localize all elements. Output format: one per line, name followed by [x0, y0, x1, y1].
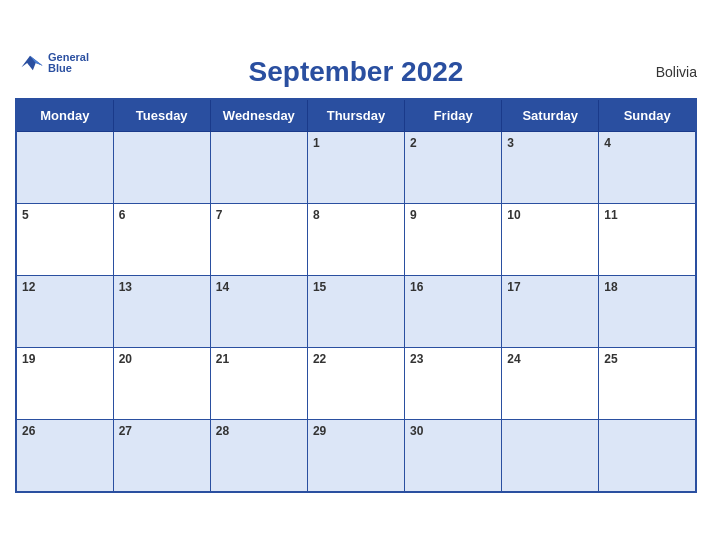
calendar-day-cell: 28 — [210, 420, 307, 492]
calendar-day-cell: 17 — [502, 276, 599, 348]
calendar-day-cell: 14 — [210, 276, 307, 348]
calendar-title: September 2022 — [249, 56, 464, 88]
day-number: 23 — [410, 352, 423, 366]
day-number: 28 — [216, 424, 229, 438]
calendar-day-cell: 21 — [210, 348, 307, 420]
day-number: 13 — [119, 280, 132, 294]
day-number: 10 — [507, 208, 520, 222]
calendar-day-cell: 27 — [113, 420, 210, 492]
calendar-day-cell: 13 — [113, 276, 210, 348]
weekday-header-tuesday: Tuesday — [113, 99, 210, 132]
day-number: 1 — [313, 136, 320, 150]
weekday-header-wednesday: Wednesday — [210, 99, 307, 132]
calendar-day-cell: 5 — [16, 204, 113, 276]
calendar-day-cell: 11 — [599, 204, 696, 276]
calendar-day-cell: 2 — [405, 132, 502, 204]
day-number: 29 — [313, 424, 326, 438]
weekday-header-saturday: Saturday — [502, 99, 599, 132]
day-number: 5 — [22, 208, 29, 222]
calendar-day-cell: 24 — [502, 348, 599, 420]
calendar-day-cell: 7 — [210, 204, 307, 276]
calendar-day-cell: 30 — [405, 420, 502, 492]
calendar-day-cell: 8 — [307, 204, 404, 276]
day-number: 4 — [604, 136, 611, 150]
country-label: Bolivia — [656, 64, 697, 80]
calendar-day-cell — [113, 132, 210, 204]
day-number: 8 — [313, 208, 320, 222]
day-number: 16 — [410, 280, 423, 294]
day-number: 18 — [604, 280, 617, 294]
calendar-day-cell: 12 — [16, 276, 113, 348]
day-number: 2 — [410, 136, 417, 150]
calendar-week-row: 2627282930 — [16, 420, 696, 492]
calendar-day-cell: 15 — [307, 276, 404, 348]
day-number: 26 — [22, 424, 35, 438]
calendar-day-cell: 4 — [599, 132, 696, 204]
day-number: 11 — [604, 208, 617, 222]
calendar-week-row: 567891011 — [16, 204, 696, 276]
calendar-day-cell: 26 — [16, 420, 113, 492]
calendar-day-cell: 10 — [502, 204, 599, 276]
day-number: 22 — [313, 352, 326, 366]
day-number: 12 — [22, 280, 35, 294]
day-number: 14 — [216, 280, 229, 294]
calendar-day-cell — [502, 420, 599, 492]
calendar-day-cell: 25 — [599, 348, 696, 420]
weekday-header-row: MondayTuesdayWednesdayThursdayFridaySatu… — [16, 99, 696, 132]
calendar-day-cell — [210, 132, 307, 204]
day-number: 21 — [216, 352, 229, 366]
day-number: 30 — [410, 424, 423, 438]
calendar-day-cell: 20 — [113, 348, 210, 420]
day-number: 19 — [22, 352, 35, 366]
day-number: 3 — [507, 136, 514, 150]
calendar-week-row: 1234 — [16, 132, 696, 204]
logo-area: General Blue — [15, 52, 89, 74]
weekday-header-thursday: Thursday — [307, 99, 404, 132]
calendar-day-cell: 29 — [307, 420, 404, 492]
day-number: 27 — [119, 424, 132, 438]
day-number: 17 — [507, 280, 520, 294]
day-number: 25 — [604, 352, 617, 366]
day-number: 9 — [410, 208, 417, 222]
weekday-header-monday: Monday — [16, 99, 113, 132]
calendar-day-cell — [599, 420, 696, 492]
calendar-day-cell — [16, 132, 113, 204]
calendar-table: MondayTuesdayWednesdayThursdayFridaySatu… — [15, 98, 697, 493]
calendar-wrapper: General Blue September 2022 Bolivia Mond… — [0, 42, 712, 508]
day-number: 15 — [313, 280, 326, 294]
day-number: 7 — [216, 208, 223, 222]
calendar-day-cell: 6 — [113, 204, 210, 276]
weekday-header-sunday: Sunday — [599, 99, 696, 132]
day-number: 20 — [119, 352, 132, 366]
calendar-day-cell: 3 — [502, 132, 599, 204]
calendar-day-cell: 18 — [599, 276, 696, 348]
day-number: 6 — [119, 208, 126, 222]
calendar-week-row: 19202122232425 — [16, 348, 696, 420]
calendar-day-cell: 23 — [405, 348, 502, 420]
calendar-day-cell: 19 — [16, 348, 113, 420]
day-number: 24 — [507, 352, 520, 366]
calendar-day-cell: 22 — [307, 348, 404, 420]
calendar-day-cell: 9 — [405, 204, 502, 276]
calendar-day-cell: 16 — [405, 276, 502, 348]
calendar-week-row: 12131415161718 — [16, 276, 696, 348]
logo-bird-icon — [15, 53, 45, 73]
calendar-header: General Blue September 2022 Bolivia — [15, 52, 697, 92]
weekday-header-friday: Friday — [405, 99, 502, 132]
logo-blue-text: Blue — [48, 63, 89, 74]
calendar-day-cell: 1 — [307, 132, 404, 204]
